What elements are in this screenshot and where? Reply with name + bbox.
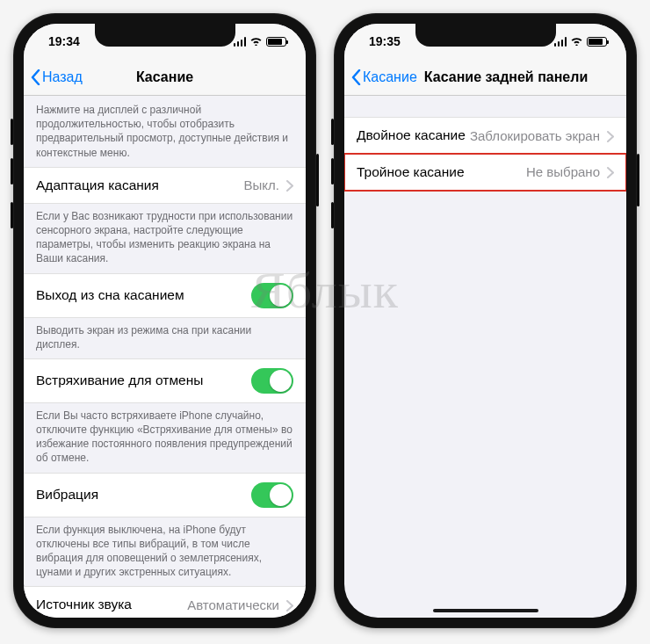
toggle-switch[interactable] [251,283,293,308]
phone-left: 19:34 Назад Касание Нажмите на дисплей с… [13,13,316,628]
back-button[interactable]: Касание [351,69,417,85]
row-description: Если Вы часто встряхиваете iPhone случай… [24,403,306,473]
signal-icon [234,37,247,47]
row-value: Автоматически [187,597,279,612]
nav-bar: Назад Касание [24,59,306,96]
notch [95,24,235,47]
row-call-audio-routing[interactable]: Источник звука Автоматически [24,586,306,618]
notch [415,24,556,47]
settings-list[interactable]: Двойное касание Заблокировать экран Трой… [344,96,626,618]
nav-bar: Касание Касание задней панели [344,59,626,96]
wifi-icon [570,35,583,48]
status-time: 19:35 [369,34,401,48]
chevron-right-icon [607,166,614,177]
row-description: Выводить экран из режима сна при касании… [24,318,306,358]
status-time: 19:34 [48,34,80,48]
row-description: Если у Вас возникают трудности при испол… [24,204,306,273]
row-label: Вибрация [36,487,251,503]
chevron-right-icon [286,599,293,611]
toggle-switch[interactable] [251,482,293,508]
page-title: Касание задней панели [424,69,619,85]
chevron-right-icon [286,179,293,191]
row-label: Двойное касание [357,127,470,143]
home-indicator[interactable] [433,609,538,612]
row-tap-to-wake[interactable]: Выход из сна касанием [24,273,306,318]
phone-right: 19:35 Касание Касание задней панели [334,13,637,628]
row-label: Выход из сна касанием [36,287,251,303]
row-value: Заблокировать экран [470,128,600,143]
back-button[interactable]: Назад [31,69,83,85]
settings-list[interactable]: Нажмите на дисплей с различной продолжит… [24,96,306,618]
row-label: Встряхивание для отмены [36,373,251,388]
row-triple-tap[interactable]: Тройное касание Не выбрано [344,154,626,191]
row-vibration[interactable]: Вибрация [24,473,306,517]
row-label: Адаптация касания [36,177,244,193]
signal-icon [554,37,567,47]
chevron-left-icon [31,69,40,85]
row-shake-to-undo[interactable]: Встряхивание для отмены [24,358,306,403]
row-label: Тройное касание [357,164,526,180]
intro-text: Нажмите на дисплей с различной продолжит… [24,96,306,167]
back-label: Касание [363,69,417,85]
row-label: Источник звука [36,597,187,612]
chevron-right-icon [607,130,614,141]
page-title: Касание [136,69,193,85]
wifi-icon [249,35,263,48]
back-label: Назад [42,69,83,85]
row-value: Не выбрано [526,164,600,179]
battery-icon [587,37,607,47]
toggle-switch[interactable] [251,368,293,394]
row-double-tap[interactable]: Двойное касание Заблокировать экран [344,117,626,154]
row-value: Выкл. [244,177,279,192]
battery-icon [266,37,286,47]
row-touch-accommodations[interactable]: Адаптация касания Выкл. [24,167,306,204]
chevron-left-icon [351,69,361,85]
row-description: Если функция выключена, на iPhone будут … [24,517,306,587]
